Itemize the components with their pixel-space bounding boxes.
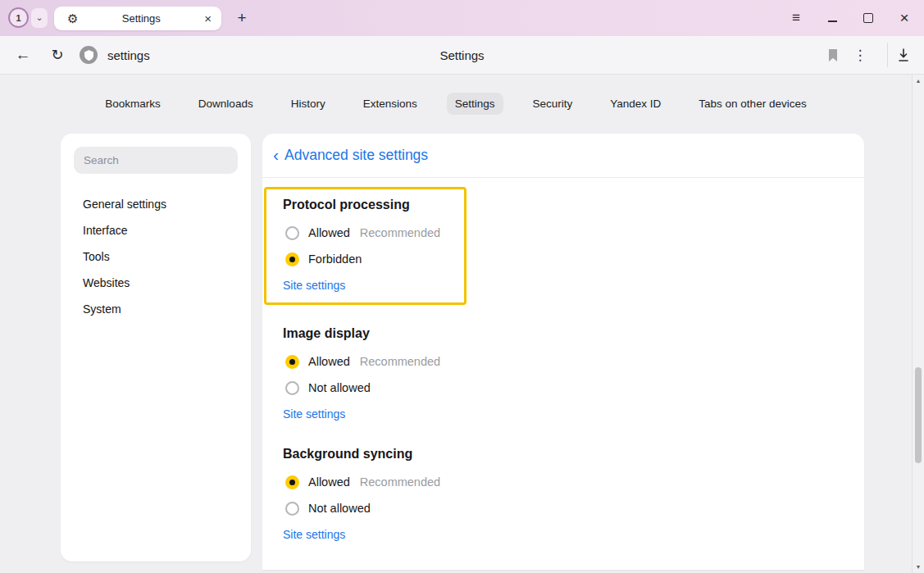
minimize-icon (828, 20, 837, 22)
scroll-up-icon[interactable]: ▲ (913, 78, 924, 84)
radio-option-not-allowed[interactable]: Not allowed (283, 375, 864, 401)
tab-close-icon[interactable]: × (204, 11, 212, 25)
radio-option-allowed[interactable]: Allowed Recommended (283, 348, 864, 375)
titlebar: 1 ⌄ ⚙ Settings × + ≡ × (0, 0, 924, 36)
site-settings-link[interactable]: Site settings (283, 279, 345, 292)
section-title: Image display (283, 326, 864, 341)
radio-icon[interactable] (285, 252, 299, 266)
option-note: Recommended (360, 355, 440, 368)
section-protocol-processing: Protocol processing Allowed Recommended … (264, 187, 467, 305)
option-label: Not allowed (308, 502, 371, 515)
maximize-button[interactable] (862, 11, 875, 25)
scrollbar-thumb[interactable] (915, 367, 922, 463)
advanced-settings-title[interactable]: Advanced site settings (284, 147, 428, 164)
radio-option-allowed[interactable]: Allowed Recommended (283, 469, 864, 495)
radio-option-allowed[interactable]: Allowed Recommended (283, 220, 464, 246)
kebab-menu-icon[interactable]: ⋮ (852, 36, 868, 74)
window-close-button[interactable]: × (898, 11, 911, 25)
vertical-scrollbar[interactable]: ▲ ▼ (912, 75, 924, 573)
nav-item-security[interactable]: Security (525, 93, 581, 115)
nav-item-extensions[interactable]: Extensions (355, 93, 426, 115)
section-title: Background syncing (283, 447, 864, 462)
back-chevron-icon[interactable]: ‹ (273, 146, 279, 163)
toolbar: ← ↻ settings Settings ⋮ (0, 36, 924, 75)
nav-item-yandex-id[interactable]: Yandex ID (602, 93, 669, 115)
radio-icon[interactable] (285, 475, 299, 489)
nav-item-bookmarks[interactable]: Bookmarks (97, 93, 169, 115)
option-note: Recommended (360, 475, 440, 489)
settings-top-nav: Bookmarks Downloads History Extensions S… (0, 75, 912, 115)
advanced-settings-header[interactable]: ‹ Advanced site settings (262, 134, 864, 178)
nav-item-downloads[interactable]: Downloads (190, 93, 262, 115)
tab-title: Settings (78, 12, 204, 25)
option-label: Allowed (308, 475, 350, 489)
gear-icon: ⚙ (67, 12, 78, 25)
site-shield-icon[interactable] (80, 46, 98, 64)
tab-group-control[interactable]: 1 ⌄ (8, 7, 48, 28)
option-label: Allowed (308, 355, 350, 368)
site-settings-link[interactable]: Site settings (283, 528, 345, 541)
radio-icon[interactable] (285, 381, 299, 395)
site-settings-link[interactable]: Site settings (283, 407, 345, 421)
bookmark-icon[interactable] (827, 48, 839, 66)
option-note: Recommended (360, 226, 440, 239)
tab-group-badge[interactable]: 1 (8, 7, 29, 28)
sidebar-list: General settings Interface Tools Website… (74, 191, 251, 322)
option-label: Forbidden (308, 252, 362, 266)
settings-main-panel: ‹ Advanced site settings Protocol proces… (262, 134, 864, 570)
sidebar-item-tools[interactable]: Tools (74, 243, 251, 270)
section-title: Protocol processing (283, 198, 464, 212)
sidebar-item-websites[interactable]: Websites (74, 270, 251, 296)
toolbar-divider (887, 43, 888, 67)
settings-body: Protocol processing Allowed Recommended … (262, 178, 864, 542)
nav-item-settings[interactable]: Settings (447, 93, 503, 115)
back-icon[interactable]: ← (13, 36, 33, 74)
maximize-icon (863, 13, 873, 23)
radio-icon[interactable] (285, 355, 299, 369)
search-input[interactable] (74, 147, 238, 174)
option-label: Not allowed (308, 381, 371, 394)
section-image-display: Image display Allowed Recommended Not al… (283, 326, 864, 421)
nav-item-history[interactable]: History (283, 93, 334, 115)
settings-sidebar: General settings Interface Tools Website… (61, 134, 251, 562)
minimize-button[interactable] (826, 11, 839, 25)
nav-item-tabs-other-devices[interactable]: Tabs on other devices (690, 93, 814, 115)
scroll-down-icon[interactable]: ▼ (913, 564, 924, 570)
radio-option-not-allowed[interactable]: Not allowed (283, 495, 864, 521)
content-area: Bookmarks Downloads History Extensions S… (0, 75, 912, 573)
sidebar-item-interface[interactable]: Interface (74, 217, 251, 243)
radio-icon[interactable] (285, 226, 299, 240)
radio-icon[interactable] (285, 502, 299, 516)
sidebar-item-system[interactable]: System (74, 296, 251, 322)
tab-settings[interactable]: ⚙ Settings × (54, 7, 221, 30)
chevron-down-icon[interactable]: ⌄ (31, 8, 48, 28)
download-icon[interactable] (897, 48, 910, 66)
reload-icon[interactable]: ↻ (48, 36, 67, 74)
address-bar[interactable]: settings (80, 36, 150, 74)
sidebar-item-general-settings[interactable]: General settings (74, 191, 251, 217)
radio-option-forbidden[interactable]: Forbidden (283, 246, 464, 272)
option-label: Allowed (308, 226, 350, 239)
section-background-syncing: Background syncing Allowed Recommended N… (283, 447, 864, 542)
new-tab-button[interactable]: + (232, 8, 252, 28)
menu-icon[interactable]: ≡ (790, 11, 803, 25)
window-controls: ≡ × (767, 0, 911, 36)
url-text[interactable]: settings (107, 48, 150, 62)
